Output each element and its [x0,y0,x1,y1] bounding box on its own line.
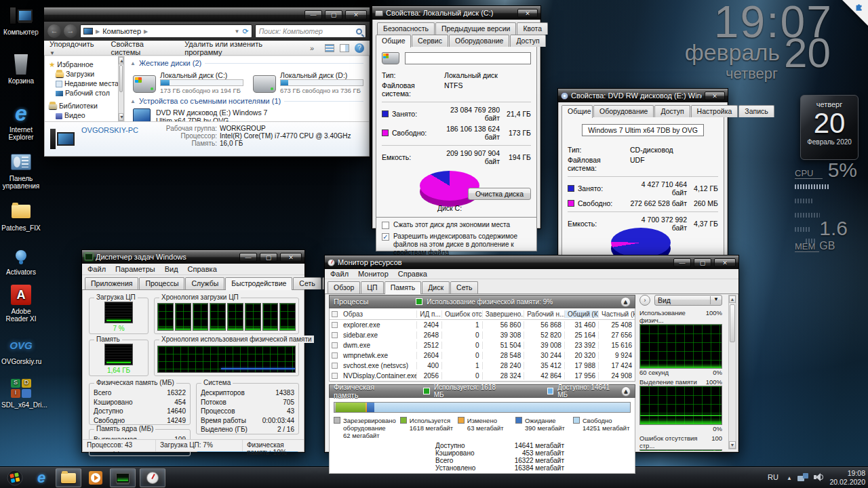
process-row[interactable]: svchost.exe (netsvcs)400128 24035 41217 … [330,361,635,371]
minimize-button[interactable]: — [304,10,322,20]
explorer-titlebar[interactable]: — ▢ ✕ [44,7,370,22]
group-header-hdd[interactable]: ▲Жесткие диски (2) [130,59,363,67]
tray-expand-icon[interactable]: ▲ [787,475,792,481]
sidebar-item-favorites[interactable]: ★ Избранное [49,60,124,68]
tab-previous-versions[interactable]: Предыдущие версии [435,22,516,35]
desktop-icon-patches-fix[interactable]: Patches_FIX [1,200,41,232]
desktop-icon-adobe-reader[interactable]: A Adobe Reader XI [1,283,41,323]
maximize-button[interactable]: ▢ [325,10,342,20]
tab-performance[interactable]: Быстродействие [225,277,292,290]
tab-cpu[interactable]: ЦП [361,281,383,293]
desktop-icon-sdi[interactable]: SDI SDL_x64_Dri... [1,377,41,409]
menu-view[interactable]: Вид [165,265,178,273]
mem-widget[interactable]: MEM 1.6 GB [795,217,857,252]
index-checkbox[interactable]: ✓ [382,233,389,241]
column-header[interactable]: Рабочий н... [524,310,565,318]
tab-tools[interactable]: Сервис [412,35,448,47]
uninstall-button[interactable]: Удалить или изменить программу [184,40,299,56]
forward-button[interactable]: → [64,24,77,38]
collapse-icon[interactable]: ▲ [620,297,631,307]
expand-panel-icon[interactable]: › [639,295,650,306]
sidebar-item-video[interactable]: Видео [49,111,124,119]
preview-pane-icon[interactable] [340,44,349,52]
column-header[interactable]: ИД п... [417,310,442,318]
process-row[interactable]: dwm.exe2512051 50439 00823 39215 616 [330,340,635,350]
refresh-icon[interactable]: ⟳ [242,27,248,36]
resmon-titlebar[interactable]: Монитор ресурсов — ▢ ✕ [325,256,738,269]
column-header-sorted[interactable]: Общий (КБ) [565,310,599,318]
tab-network[interactable]: Сеть [450,281,478,293]
drive-d-item[interactable]: Локальный диск (D:) 673 ГБ свободно из 7… [253,71,363,94]
tab-quota[interactable]: Квота [517,22,548,35]
tab-sharing[interactable]: Доступ [510,35,545,47]
menu-monitor[interactable]: Монитор [358,270,389,278]
puzzle-icon[interactable] [855,2,866,13]
close-button[interactable]: ✕ [517,9,538,18]
group-header-removable[interactable]: ▲Устройства со съемными носителями (1) [130,97,363,105]
desktop-icon-computer[interactable]: Компьютер [1,4,41,36]
start-button[interactable] [4,468,26,487]
system-properties-button[interactable]: Свойства системы [111,40,174,56]
tab-memory[interactable]: Память [384,281,422,294]
menu-help[interactable]: Справка [398,270,427,278]
column-header[interactable]: Образ [340,310,417,318]
close-button[interactable]: ✕ [345,10,367,20]
tab-security[interactable]: Безопасность [377,22,435,35]
breadcrumb-arrow[interactable]: ▶ [96,28,100,35]
process-row[interactable]: sidebar.exe2648039 30852 82025 16427 656 [330,330,635,340]
desktop-icon-ovgorskiy[interactable]: OVG OVGorskiy.ru [1,333,41,365]
help-icon[interactable]: ? [355,43,364,53]
tray-clock[interactable]: 19:08 20.02.2020 [829,469,865,487]
back-button[interactable]: ← [47,24,61,38]
maximize-button[interactable]: ▢ [260,253,277,262]
memory-section-header[interactable]: Физическая память Используется: 1618 МБ … [329,384,635,398]
processes-section-header[interactable]: Процессы Использование физической памяти… [329,295,635,308]
tab-recording[interactable]: Запись [738,105,774,117]
view-dropdown[interactable]: Вид▼ [654,295,722,306]
close-button[interactable]: ✕ [705,92,725,100]
tab-networking[interactable]: Сеть [293,277,321,289]
tab-disk[interactable]: Диск [422,281,450,293]
desktop-icon-activators[interactable]: Activators [1,244,41,276]
taskbar-resmon[interactable] [140,468,165,487]
desktop-icon-recycle-bin[interactable]: Корзина [1,53,41,85]
desktop-icon-control-panel[interactable]: Панель управления [1,150,41,190]
taskbar-wmp[interactable] [85,468,106,487]
tab-processes[interactable]: Процессы [139,277,184,289]
minimize-button[interactable]: — [239,253,257,262]
scroll-up-icon[interactable]: ▲ [729,296,736,303]
breadcrumb[interactable]: Компьютер [102,27,141,35]
scroll-thumb[interactable] [730,304,735,342]
collapse-icon[interactable]: ▲ [621,386,631,396]
compress-checkbox-label[interactable]: Сжать этот диск для экономии места [393,221,510,228]
column-header[interactable]: Частный (КБ) [599,310,635,318]
menu-file[interactable]: Файл [330,270,349,278]
sidebar-item-libraries[interactable]: Библиотеки [49,102,124,110]
views-icon[interactable] [325,44,334,52]
process-row[interactable]: wmpnetwk.exe2604028 54830 24420 3209 924 [330,350,635,361]
scroll-down-icon[interactable]: ▼ [729,441,736,449]
volume-label-input[interactable] [405,52,531,64]
taskbar-taskmgr[interactable] [110,468,136,487]
menu-file[interactable]: Файл [87,265,106,273]
toolbar-more[interactable]: » [310,44,314,52]
address-bar[interactable]: ▶ Компьютер ▶ ▼ ⟳ [80,24,252,38]
menu-options[interactable]: Параметры [115,265,155,273]
sidebar-item-desktop[interactable]: Рабочий стол [49,89,124,97]
properties-e-titlebar[interactable]: Свойства: DVD RW дисковод (E:) Windows 7… [558,89,728,102]
drive-c-item[interactable]: Локальный диск (C:) 173 ГБ свободно из 1… [133,71,243,94]
close-button[interactable]: ✕ [714,258,736,267]
compress-checkbox[interactable] [382,222,389,229]
properties-c-titlebar[interactable]: Свойства: Локальный диск (C:) ✕ [372,6,540,20]
desktop-icon-internet-explorer[interactable]: e Internet Explorer [1,102,41,141]
calendar-widget[interactable]: четверг 20 Февраль 2020 [800,95,859,160]
scroll-down-icon[interactable]: ▼ [119,113,123,121]
tab-customize[interactable]: Настройка [691,105,738,117]
scroll-up-icon[interactable]: ▲ [119,57,123,64]
tab-hardware[interactable]: Оборудование [449,35,509,47]
close-button[interactable]: ✕ [280,253,302,262]
disk-cleanup-button[interactable]: Очистка диска [468,188,531,200]
index-checkbox-label[interactable]: Разрешить индексировать содержимое файло… [393,232,531,257]
volume-label-input[interactable]: Windows 7 Ultim x64 7DB by OVG [582,124,704,136]
search-box[interactable]: Поиск: Компьютер [255,24,366,38]
